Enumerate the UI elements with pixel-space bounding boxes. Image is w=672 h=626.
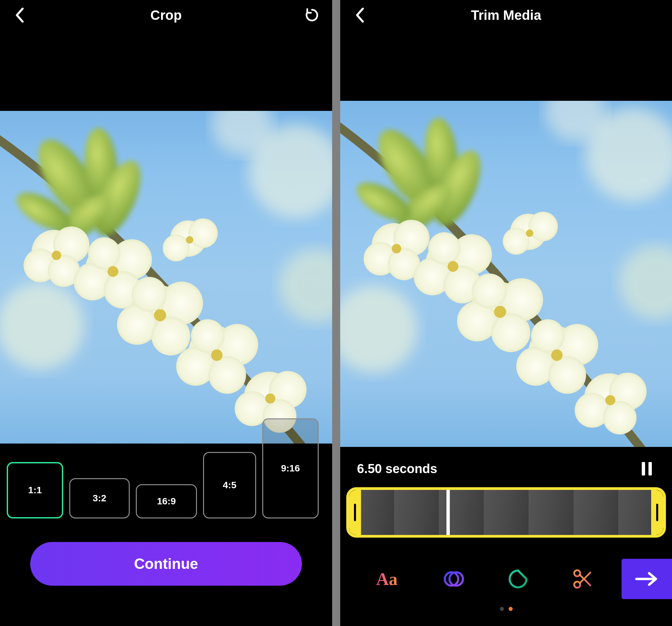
svg-point-29	[209, 356, 246, 394]
page-dot[interactable]	[500, 607, 504, 611]
svg-point-13	[52, 251, 61, 260]
trim-tool[interactable]	[550, 559, 615, 599]
svg-rect-82	[642, 462, 645, 475]
filter-icon	[443, 569, 464, 590]
svg-point-72	[551, 349, 563, 361]
svg-point-38	[188, 219, 218, 248]
text-icon: Aa	[376, 569, 402, 589]
sticker-tool[interactable]	[486, 559, 551, 599]
back-button[interactable]	[352, 7, 368, 23]
undo-icon	[304, 7, 320, 23]
svg-point-19	[107, 266, 118, 277]
crop-image-area[interactable]	[0, 111, 332, 444]
svg-point-24	[132, 277, 167, 312]
trim-header: Trim Media	[340, 0, 672, 30]
svg-point-3	[279, 249, 332, 323]
crop-title: Crop	[0, 8, 332, 23]
svg-text:Aa: Aa	[376, 570, 398, 589]
arrow-right-icon	[635, 571, 658, 587]
ratio-label: 9:16	[281, 463, 300, 474]
svg-point-54	[392, 244, 401, 253]
svg-point-40	[186, 236, 193, 244]
svg-point-79	[528, 212, 558, 241]
crop-screen: Crop	[0, 0, 332, 626]
continue-button[interactable]: Continue	[30, 542, 302, 586]
trim-handle-end[interactable]	[651, 490, 663, 535]
aspect-ratio-row: 1:1 3:2 16:9 4:5 9:16	[7, 418, 332, 519]
tool-row: Aa	[340, 559, 672, 599]
timeline-container	[340, 484, 672, 537]
ratio-label: 4:5	[223, 480, 236, 491]
aspect-ratio-1-1[interactable]: 1:1	[7, 462, 63, 519]
svg-point-77	[605, 395, 616, 405]
svg-point-76	[603, 401, 637, 434]
aspect-ratio-3-2[interactable]: 3:2	[69, 478, 130, 519]
ratio-label: 1:1	[28, 485, 42, 496]
filter-tool[interactable]	[422, 559, 486, 599]
svg-point-18	[88, 237, 120, 270]
ratio-label: 3:2	[93, 493, 106, 504]
trim-timeline[interactable]	[346, 487, 666, 537]
scissors-icon	[572, 569, 593, 590]
svg-point-0	[0, 282, 84, 370]
aspect-ratio-4-5[interactable]: 4:5	[203, 452, 256, 519]
pause-icon	[641, 461, 652, 476]
text-tool[interactable]: Aa	[357, 559, 422, 599]
duration-row: 6.50 seconds	[340, 447, 672, 484]
svg-point-44	[619, 245, 672, 319]
timeline-frame[interactable]	[394, 490, 439, 535]
timeline-frame[interactable]	[528, 490, 574, 535]
svg-point-31	[211, 349, 222, 361]
chevron-left-icon	[15, 8, 25, 23]
undo-button[interactable]	[304, 7, 320, 23]
svg-point-59	[428, 232, 460, 265]
back-button[interactable]	[12, 7, 28, 23]
trim-handle-start[interactable]	[349, 490, 361, 535]
continue-label: Continue	[134, 555, 198, 572]
duration-label: 6.50 seconds	[357, 462, 437, 476]
svg-point-71	[531, 319, 565, 353]
svg-point-23	[151, 317, 190, 355]
trim-image-area[interactable]	[340, 101, 672, 447]
sticker-icon	[508, 569, 528, 589]
svg-point-36	[265, 394, 275, 404]
aspect-ratio-16-9[interactable]: 16:9	[136, 484, 197, 519]
svg-point-30	[191, 319, 224, 353]
aspect-ratio-9-16[interactable]: 9:16	[262, 418, 319, 519]
timeline-frame[interactable]	[439, 490, 484, 535]
svg-point-65	[472, 274, 507, 308]
page-dot-active[interactable]	[509, 607, 513, 611]
next-button[interactable]	[622, 559, 672, 599]
svg-point-80	[503, 228, 530, 255]
svg-point-41	[340, 285, 417, 373]
svg-point-70	[549, 356, 586, 394]
svg-point-66	[494, 306, 506, 318]
trim-title: Trim Media	[340, 8, 672, 23]
timeline-frame[interactable]	[484, 490, 529, 535]
photo-preview	[340, 101, 672, 447]
page-indicator	[340, 607, 672, 611]
photo-preview	[0, 111, 332, 444]
timeline-frame[interactable]	[574, 490, 619, 535]
svg-point-39	[163, 234, 190, 261]
pause-button[interactable]	[639, 460, 655, 477]
svg-rect-83	[648, 462, 652, 475]
svg-point-81	[526, 229, 533, 237]
svg-point-64	[491, 313, 530, 352]
ratio-label: 16:9	[157, 496, 176, 507]
chevron-left-icon	[355, 8, 365, 23]
crop-header: Crop	[0, 0, 332, 30]
svg-point-60	[448, 261, 458, 272]
svg-point-25	[154, 309, 166, 321]
trim-screen: Trim Media	[340, 0, 672, 626]
timeline-playhead[interactable]	[447, 489, 450, 535]
